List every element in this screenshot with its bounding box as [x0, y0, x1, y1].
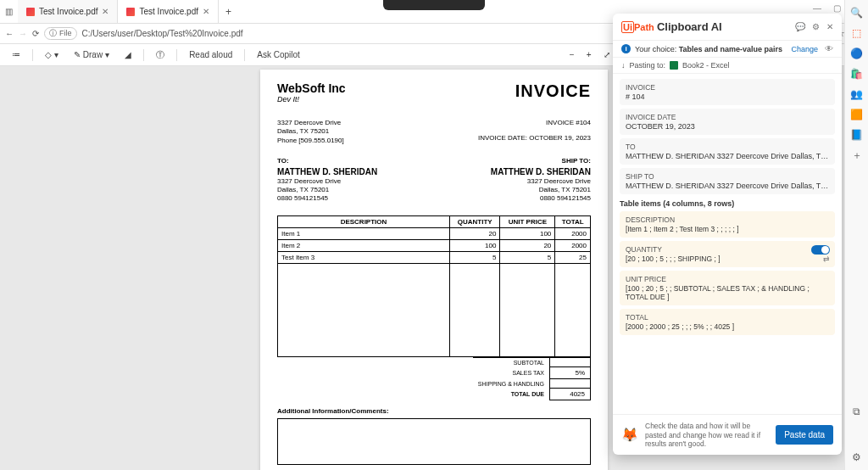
comments-label: Additional Information/Comments: [277, 400, 591, 415]
mascot-icon: 🦊 [621, 427, 638, 444]
new-tab-button[interactable]: + [219, 6, 238, 18]
data-card[interactable]: INVOICE # 104 [620, 79, 835, 105]
search-rail-icon[interactable]: 🔍 [851, 7, 863, 19]
browser-tab-menu-icon[interactable]: ▥ [0, 7, 18, 16]
contents-icon[interactable]: ≔ [8, 50, 24, 59]
table-items-label: Table items (4 columns, 8 rows) [620, 199, 835, 208]
download-arrow-icon: ↓ [621, 61, 626, 70]
bill-name: MATTHEW D. SHERIDAN [277, 166, 377, 177]
invoice-table: DESCRIPTION QUANTITY UNIT PRICE TOTAL It… [277, 215, 591, 357]
table-column-card[interactable]: UNIT PRICE [100 ; 20 ; 5 ; ; SUBTOTAL ; … [620, 271, 835, 305]
close-icon[interactable]: ✕ [102, 7, 108, 16]
table-row: Item 1201002000 [278, 227, 591, 239]
paste-data-button[interactable]: Paste data [776, 425, 833, 445]
toggle-switch[interactable] [811, 245, 830, 255]
tab-label: Test Invoice.pdf [139, 7, 198, 16]
rail-settings-icon[interactable]: ⚙ [851, 451, 863, 463]
data-card[interactable]: TO MATTHEW D. SHERIDAN 3327 Deercove Dri… [620, 138, 835, 165]
chat-icon[interactable]: 💬 [795, 22, 805, 31]
table-column-card[interactable]: DESCRIPTION [Item 1 ; Item 2 ; Test Item… [620, 211, 835, 238]
pdf-page: WebSoft Inc Dev It! INVOICE 3327 Deercov… [260, 70, 608, 470]
invoice-title: INVOICE [515, 81, 591, 101]
panel-footer: 🦊 Check the data and how it will be past… [613, 414, 842, 455]
forward-icon: → [19, 29, 27, 38]
sender-addr1: 3327 Deercove Drive [277, 119, 344, 127]
rail-icon[interactable]: 📘 [851, 129, 863, 141]
close-panel-icon[interactable]: ✕ [826, 22, 833, 31]
data-card[interactable]: SHIP TO MATTHEW D. SHERIDAN 3327 Deercov… [620, 168, 835, 194]
table-row: Test Item 35525 [278, 251, 591, 263]
sender-addr2: Dallas, TX 75201 [277, 127, 344, 136]
to-label: TO: [277, 157, 377, 165]
pdf-icon [126, 8, 135, 16]
rail-add-icon[interactable]: ＋ [851, 149, 863, 161]
file-pill: ⓘFile [44, 27, 77, 40]
info-icon: i [621, 44, 631, 53]
invoice-date: INVOICE DATE: OCTOBER 19, 2023 [478, 134, 591, 143]
draw-eraser-icon[interactable]: ◇ ▾ [42, 50, 62, 59]
change-link[interactable]: Change [791, 45, 818, 53]
comments-box [277, 418, 591, 465]
settings-icon[interactable]: ⚙ [812, 22, 820, 31]
rail-icon[interactable]: 🛍️ [851, 68, 863, 80]
rail-icon[interactable]: 👥 [851, 88, 863, 100]
excel-icon [670, 61, 678, 70]
company-name: WebSoft Inc [277, 81, 346, 95]
uipath-logo: UiPath Clipboard AI [621, 20, 722, 33]
ship-name: MATTHEW D. SHERIDAN [491, 166, 591, 177]
highlight-icon[interactable]: ◢ [121, 50, 135, 59]
data-card[interactable]: INVOICE DATE OCTOBER 19, 2023 [620, 109, 835, 135]
pasting-row: ↓ Pasting to: Book2 - Excel [613, 58, 842, 74]
close-icon[interactable]: ✕ [203, 7, 209, 16]
fit-icon[interactable]: ⤢ [600, 50, 614, 59]
side-rail: 🔍 ⬚ 🔵 🛍️ 👥 🟧 📘 ＋ ⧉ ⚙ [844, 0, 868, 470]
company-tagline: Dev It! [277, 95, 346, 104]
text-icon[interactable]: Ⓣ [153, 49, 168, 61]
zoom-out-icon[interactable]: − [566, 50, 578, 59]
table-column-card[interactable]: QUANTITY [20 ; 100 ; 5 ; ; ; SHIPPING ; … [620, 241, 835, 267]
panel-banner: i Your choice: Tables and name-value pai… [613, 41, 842, 58]
back-icon[interactable]: ← [5, 29, 14, 38]
camera-notch [383, 0, 485, 10]
table-column-card[interactable]: TOTAL [2000 ; 2000 ; 25 ; ; ; 5% ; ; 402… [620, 309, 835, 335]
rail-popup-icon[interactable]: ⧉ [851, 406, 863, 417]
rail-icon[interactable]: ⬚ [851, 27, 863, 39]
minimize-icon[interactable]: — [813, 3, 821, 13]
eye-icon[interactable]: 👁 [825, 44, 833, 53]
invoice-number: INVOICE #104 [478, 119, 591, 127]
draw-button[interactable]: ✎Draw ▾ [70, 50, 113, 59]
shuffle-icon[interactable]: ⇄ [823, 255, 830, 263]
panel-header: UiPath Clipboard AI 💬 ⚙ ✕ [613, 14, 842, 41]
pdf-icon [26, 8, 35, 16]
clipboard-ai-panel: UiPath Clipboard AI 💬 ⚙ ✕ i Your choice:… [613, 14, 842, 455]
rail-icon[interactable]: 🔵 [851, 48, 863, 59]
ask-copilot-button[interactable]: Ask Copilot [253, 50, 303, 59]
panel-body[interactable]: INVOICE # 104 INVOICE DATE OCTOBER 19, 2… [613, 74, 842, 414]
browser-tab[interactable]: Test Invoice.pdf ✕ [18, 0, 118, 23]
table-row: Item 2100202000 [278, 239, 591, 251]
browser-tab[interactable]: Test Invoice.pdf ✕ [118, 0, 218, 23]
sender-phone: Phone [509.555.0190] [277, 137, 344, 145]
zoom-in-icon[interactable]: + [583, 50, 595, 59]
paste-target: Book2 - Excel [682, 61, 730, 70]
footer-hint: Check the data and how it will be pasted… [645, 422, 769, 448]
ship-label: SHIP TO: [491, 157, 591, 165]
maximize-icon[interactable]: ▢ [833, 3, 841, 13]
rail-icon[interactable]: 🟧 [851, 109, 863, 120]
refresh-icon[interactable]: ⟳ [32, 29, 39, 38]
tab-label: Test Invoice.pdf [39, 7, 97, 16]
read-aloud-button[interactable]: Read aloud [186, 50, 236, 59]
